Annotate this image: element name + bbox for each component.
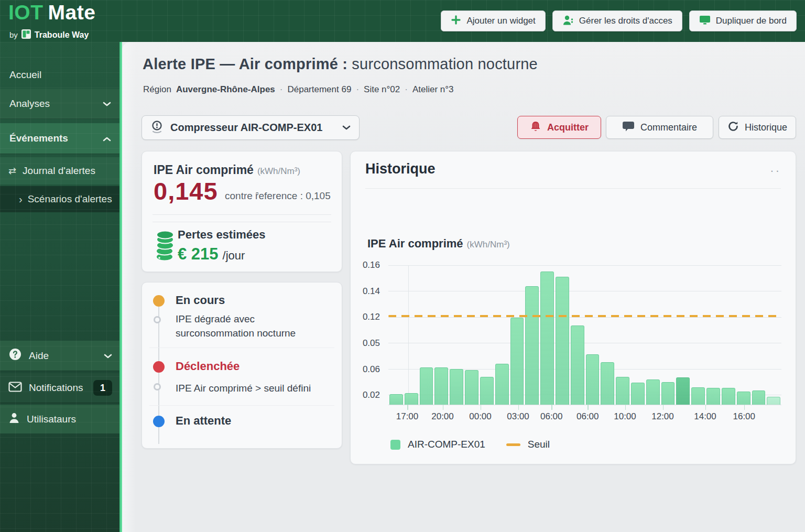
loss-suffix: /jour bbox=[223, 249, 245, 262]
kpi-value: 0,145 bbox=[154, 177, 218, 205]
bar bbox=[495, 364, 509, 405]
breadcrumb-site: Site n°02 bbox=[364, 84, 400, 95]
logo-byline: by Traboule Way bbox=[9, 29, 89, 40]
sidebar-item-analyses[interactable]: Analyses bbox=[0, 89, 121, 118]
legend-threshold-label: Seuil bbox=[528, 439, 550, 450]
history-label: Historique bbox=[745, 122, 787, 133]
x-tick-mark bbox=[551, 405, 552, 410]
x-tick-mark bbox=[625, 405, 626, 410]
screen: IOTMate by Traboule Way Ajouter un widge… bbox=[0, 0, 805, 532]
speech-bubble-icon bbox=[622, 121, 635, 135]
breadcrumb: Région Auvergne-Rhône-Alpes · Départemen… bbox=[143, 84, 454, 95]
y-tick-label: 0.14 bbox=[349, 286, 380, 297]
bar bbox=[661, 382, 675, 405]
bar bbox=[556, 277, 569, 405]
bar bbox=[722, 388, 735, 405]
divider bbox=[149, 405, 334, 406]
history-card: Historique ·· IPE Air comprimé(kWh/Nm³) … bbox=[350, 151, 796, 464]
add-widget-label: Ajouter un widget bbox=[466, 16, 535, 26]
device-selector-label: Compresseur AIR-COMP-EX01 bbox=[170, 122, 335, 134]
bar bbox=[601, 362, 614, 405]
kpi-card: IPE Air comprimé(kWh/Nm³) 0,145 contre ȓ… bbox=[142, 151, 342, 272]
loss-amount: € 215 bbox=[178, 245, 219, 263]
x-tick-label: 10:00 bbox=[614, 411, 636, 422]
sidebar-item-accueil[interactable]: Accueil bbox=[0, 63, 121, 87]
acknowledge-label: Acquitter bbox=[547, 122, 589, 133]
bar bbox=[510, 318, 524, 405]
user-icon bbox=[8, 412, 20, 426]
acknowledge-button[interactable]: Acquitter bbox=[517, 116, 601, 139]
sidebar-label: Notifications bbox=[29, 382, 86, 394]
status-card: En cours IPE dégradé avec surconsommatio… bbox=[142, 282, 342, 449]
history-button[interactable]: Historique bbox=[719, 116, 796, 139]
status-step1-description: IPE dégradé avec surconsommation nocturn… bbox=[176, 312, 333, 340]
bar bbox=[434, 367, 448, 405]
bar bbox=[465, 370, 478, 405]
sidebar-item-aide[interactable]: Aide bbox=[0, 341, 121, 371]
top-bar: IOTMate by Traboule Way Ajouter un widge… bbox=[0, 0, 805, 42]
plus-icon bbox=[451, 15, 461, 28]
x-tick-mark bbox=[705, 405, 706, 410]
help-icon bbox=[8, 348, 22, 364]
x-tick-mark bbox=[481, 405, 482, 410]
kpi-title: IPE Air comprimé(kWh/Nm³) bbox=[154, 163, 300, 177]
chart-bars bbox=[389, 265, 780, 405]
x-tick-label: 20:00 bbox=[431, 411, 454, 422]
bar bbox=[405, 393, 418, 405]
company-logo-icon bbox=[21, 29, 31, 40]
bar bbox=[676, 377, 690, 405]
x-tick-label: 16:00 bbox=[733, 411, 755, 422]
status-step2-label: Déclenchée bbox=[176, 360, 240, 373]
monitor-icon bbox=[699, 15, 711, 28]
device-selector[interactable]: Compresseur AIR-COMP-EX01 bbox=[142, 115, 360, 140]
x-tick-label: 00:00 bbox=[469, 411, 492, 422]
y-tick-label: 0.16 bbox=[349, 260, 380, 270]
page-title-rest: surconsommation nocturne bbox=[347, 56, 538, 72]
bar bbox=[540, 272, 554, 405]
sidebar-item-journal-alertes[interactable]: ⇄ Journal d'alertes bbox=[0, 157, 121, 184]
logo-text-secondary: Mate bbox=[48, 1, 96, 24]
bar bbox=[737, 392, 750, 405]
app-logo: IOTMate bbox=[8, 2, 95, 23]
status-dot-en-attente bbox=[153, 416, 165, 427]
sidebar-item-utilisateurs[interactable]: Utilisataurs bbox=[0, 405, 121, 433]
x-tick-label: 17:00 bbox=[396, 411, 419, 422]
bar bbox=[767, 397, 780, 405]
sidebar-item-evenements[interactable]: Événements bbox=[0, 123, 121, 154]
breadcrumb-atelier: Atelier n°3 bbox=[412, 84, 454, 95]
divider bbox=[365, 188, 781, 189]
comment-button[interactable]: Commentaire bbox=[606, 116, 713, 139]
chart-x-axis: 17:0020:0000:0003:0006:0006:0010:0012:00… bbox=[388, 411, 781, 424]
card-menu-dots[interactable]: ·· bbox=[770, 164, 781, 178]
sidebar-label: Accueil bbox=[9, 69, 111, 81]
chevron-down-icon bbox=[342, 123, 351, 133]
loss-value: € 215/jour bbox=[178, 245, 245, 264]
sidebar-accent-strip bbox=[119, 42, 122, 532]
threshold-line bbox=[388, 315, 781, 317]
kpi-unit: (kWh/Nm³) bbox=[257, 166, 300, 176]
y-tick-label: 0.12 bbox=[349, 312, 380, 322]
add-widget-button[interactable]: Ajouter un widget bbox=[441, 10, 545, 31]
kpi-reference: contre ȓeference : 0,105 bbox=[225, 190, 331, 202]
sidebar-label: Utilisataurs bbox=[27, 414, 112, 425]
bar bbox=[752, 390, 766, 405]
sidebar-item-notifications[interactable]: Notifications 1 bbox=[0, 373, 121, 403]
refresh-icon bbox=[727, 121, 739, 135]
history-card-title: Historique bbox=[365, 161, 436, 177]
manage-access-button[interactable]: Gérer les droits d'acces bbox=[552, 10, 682, 31]
status-step3-label: En attente bbox=[176, 414, 231, 428]
duplicate-dashboard-button[interactable]: Dupliquer de bord bbox=[689, 10, 797, 31]
sidebar-item-scenarios-alertes[interactable]: › Scénarios d'alertes bbox=[0, 186, 121, 212]
chevron-down-icon bbox=[104, 350, 112, 362]
y-tick-label: 0.05 bbox=[349, 338, 380, 349]
chart-title: IPE Air comprimé(kWh/Nm³) bbox=[367, 237, 510, 251]
sidebar-label: Aide bbox=[29, 350, 97, 362]
bar bbox=[646, 379, 660, 405]
bell-icon bbox=[530, 121, 541, 135]
status-ring-icon bbox=[154, 383, 161, 390]
bar bbox=[480, 377, 494, 405]
topbar-actions: Ajouter un widget Gérer les droits d'acc… bbox=[441, 10, 797, 31]
legend-series-swatch bbox=[390, 440, 400, 450]
chart-unit: (kWh/Nm³) bbox=[467, 240, 510, 249]
sidebar-label: Analyses bbox=[9, 98, 103, 110]
